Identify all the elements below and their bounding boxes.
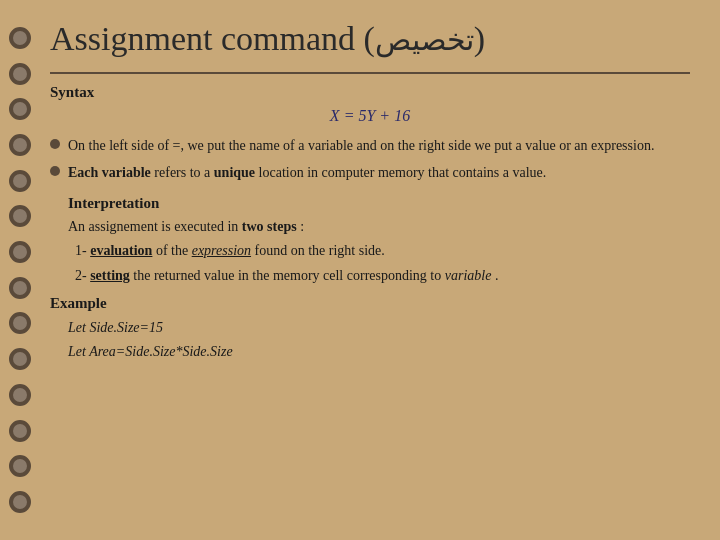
two-steps: two steps [242,219,297,234]
spiral-ring [9,384,31,406]
spiral-ring [9,170,31,192]
example-section: Example Let Side.Size=15 Let Area=Side.S… [50,295,690,364]
bullet-text-1: On the left side of =, we put the name o… [68,135,690,156]
interp-colon: : [300,219,304,234]
spiral-ring [9,27,31,49]
slide-content: Assignment command (تخصیص) Syntax X = 5Y… [40,0,720,540]
period: . [495,268,499,283]
spiral-ring [9,348,31,370]
interpretation-label: Interpretation [68,195,690,212]
spiral-ring [9,312,31,334]
code-example: X = 5Y + 16 [50,107,690,125]
title-arabic: تخصیص [375,23,474,56]
spiral-ring [9,491,31,513]
bullet-item-2: Each variable refers to a unique locatio… [50,162,690,183]
spiral-ring [9,420,31,442]
spiral-ring [9,134,31,156]
interp-text-1: An assignement is executed in [68,219,242,234]
interpretation-section: Interpretation An assignement is execute… [68,195,690,287]
example-line-2: Let Area=Side.Size*Side.Size [68,340,690,364]
spiral-binding [0,0,40,540]
syntax-label: Syntax [50,84,690,101]
slide-title: Assignment command (تخصیص) [50,20,690,58]
example-text-1: Let Side.Size=15 [68,320,163,335]
interp-line-2: 1- evaluation of the expression found on… [68,240,690,262]
found-on: found on the right side. [255,243,385,258]
bullet-dot-1 [50,139,60,149]
variable-italic: variable [445,268,492,283]
spiral-ring [9,277,31,299]
spiral-ring [9,205,31,227]
variable-word: variable [102,165,151,180]
unique-word: unique [214,165,255,180]
returned-value: the returned value in the memory cell co… [133,268,444,283]
example-label: Example [50,295,690,312]
of-the: of the [156,243,192,258]
location-text: location in computer memory that contain… [259,165,547,180]
spiral-ring [9,98,31,120]
bullet-item-1: On the left side of =, we put the name o… [50,135,690,156]
example-text-2: Let Area=Side.Size*Side.Size [68,344,233,359]
spiral-ring [9,241,31,263]
interp-line-1: An assignement is executed in two steps … [68,216,690,238]
refers-text: refers to a [154,165,213,180]
spiral-ring [9,455,31,477]
title-divider [50,72,690,74]
evaluation-word: evaluation [90,243,152,258]
interp-line-3: 2- setting the returned value in the mem… [68,265,690,287]
bullet-text-2: Each variable refers to a unique locatio… [68,162,690,183]
slide-container: Assignment command (تخصیص) Syntax X = 5Y… [0,0,720,540]
bullet-dot-2 [50,166,60,176]
each-word: Each [68,165,98,180]
step-1-num: 1- [68,243,90,258]
spiral-ring [9,63,31,85]
setting-word: setting [90,268,130,283]
example-line-1: Let Side.Size=15 [68,316,690,340]
step-2-num: 2- [68,268,90,283]
expression-word: expression [192,243,251,258]
